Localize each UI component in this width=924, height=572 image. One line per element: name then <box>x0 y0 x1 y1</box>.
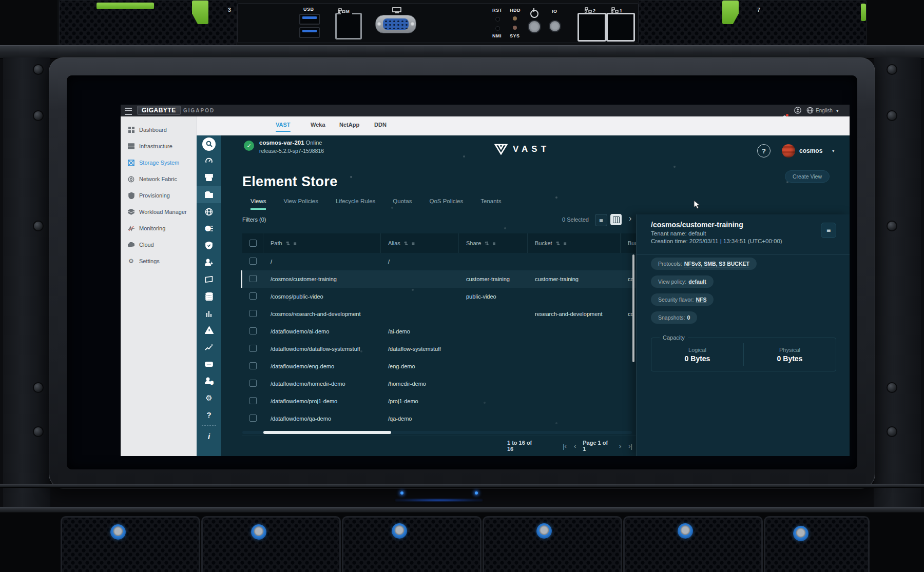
search-icon[interactable] <box>197 135 221 152</box>
sort-icon[interactable]: ⇅ <box>485 241 489 246</box>
table-row[interactable]: /cosmos/customer-trainingcustomer-traini… <box>242 270 636 288</box>
row-checkbox[interactable] <box>249 362 257 369</box>
menu-icon[interactable] <box>125 108 132 115</box>
collapse-panel-chevron[interactable]: › <box>629 214 631 223</box>
language-globe-icon[interactable] <box>806 107 814 115</box>
table-row[interactable]: /dataflowdemo/ai-demo/ai-demo <box>242 323 636 340</box>
sort-icon[interactable]: ⇅ <box>404 241 408 246</box>
horizontal-scrollbar-thumb[interactable] <box>263 431 391 434</box>
filter-icon[interactable]: ≡ <box>493 241 496 246</box>
security-shield-icon[interactable] <box>197 237 221 254</box>
hardware-racks-icon[interactable] <box>197 169 221 186</box>
first-page-button[interactable]: |‹ <box>559 442 570 450</box>
select-all-checkbox[interactable] <box>249 240 257 247</box>
release-tab-right <box>722 1 739 24</box>
table-row[interactable]: /cosmos/public-videopublic-video <box>242 288 636 305</box>
column-header-bucket-owner[interactable]: Buc <box>621 233 636 253</box>
analytics-bars-icon[interactable] <box>197 305 221 322</box>
table-row[interactable]: /dataflowdemo/homedir-demo/homedir-demo <box>242 375 636 392</box>
services-gear-icon[interactable]: ⚙ <box>197 220 221 237</box>
list-view-button[interactable]: ≡ <box>595 214 607 226</box>
alarms-warning-icon[interactable] <box>197 322 221 339</box>
filter-icon[interactable]: ≡ <box>564 241 567 246</box>
column-header-share[interactable]: Share⇅≡ <box>459 233 528 253</box>
last-page-button[interactable]: ›| <box>625 442 636 450</box>
table-row[interactable]: /dataflowdemo/eng-demo/eng-demo <box>242 358 636 375</box>
sort-icon[interactable]: ⇅ <box>556 241 560 246</box>
element-store-folder-icon[interactable] <box>197 186 221 203</box>
tab-view-policies[interactable]: View Policies <box>283 198 318 210</box>
table-row[interactable]: /cosmos/research-and-developmentresearch… <box>242 305 636 323</box>
row-checkbox[interactable] <box>249 397 257 404</box>
cell-path: /cosmos/public-video <box>263 293 381 300</box>
row-checkbox[interactable] <box>249 415 257 422</box>
filters-label[interactable]: Filters (0) <box>242 216 266 223</box>
row-checkbox[interactable] <box>249 310 257 317</box>
user-caret-icon[interactable]: ▾ <box>832 148 835 153</box>
row-checkbox[interactable] <box>249 258 257 265</box>
help-icon[interactable]: ? <box>197 406 221 423</box>
next-page-button[interactable]: › <box>615 442 625 450</box>
sidebar-item-network-fabric[interactable]: Network Fabric <box>121 171 197 187</box>
sidebar-item-dashboard[interactable]: Dashboard <box>121 122 197 138</box>
filter-icon[interactable]: ≡ <box>294 241 297 246</box>
tab-lifecycle-rules[interactable]: Lifecycle Rules <box>336 198 375 210</box>
row-checkbox[interactable] <box>249 327 257 334</box>
horizontal-scrollbar[interactable] <box>242 431 632 434</box>
user-admin-icon[interactable]: ⚙ <box>197 372 221 389</box>
sidebar-item-settings[interactable]: ⚙ Settings <box>121 253 197 269</box>
sidebar-item-workload-manager[interactable]: Workload Manager <box>121 204 197 220</box>
account-icon[interactable] <box>794 107 801 115</box>
table-row[interactable]: // <box>242 253 636 270</box>
tab-qos-policies[interactable]: QoS Policies <box>429 198 463 210</box>
row-checkbox[interactable] <box>249 380 257 387</box>
table-row[interactable]: /dataflowdemo/dataflow-systemstuff/dataf… <box>242 340 636 358</box>
dashboard-gauge-icon[interactable] <box>197 152 221 169</box>
filter-icon[interactable]: ≡ <box>412 241 415 246</box>
user-name[interactable]: cosmos <box>799 147 822 154</box>
trends-icon[interactable] <box>197 339 221 356</box>
row-checkbox[interactable] <box>249 345 257 352</box>
tab-weka[interactable]: Weka <box>307 116 329 135</box>
tab-tenants[interactable]: Tenants <box>480 198 501 210</box>
sidebar-item-provisioning[interactable]: Provisioning <box>121 187 197 204</box>
create-view-button[interactable]: Create View <box>785 170 830 183</box>
details-menu-button[interactable]: ≡ <box>821 223 836 238</box>
snapshots-pill[interactable]: Snapshots:0 <box>651 311 697 324</box>
language-label[interactable]: English <box>816 108 833 113</box>
database-icon[interactable] <box>197 288 221 305</box>
tab-quotas[interactable]: Quotas <box>393 198 412 210</box>
user-avatar[interactable] <box>782 144 795 157</box>
tab-ddn[interactable]: DDN <box>371 116 390 135</box>
sort-icon[interactable]: ⇅ <box>286 241 290 246</box>
row-checkbox[interactable] <box>249 292 257 300</box>
sidebar-item-cloud[interactable]: Cloud <box>121 236 197 253</box>
settings-gear-icon[interactable]: ⚙ <box>197 389 221 406</box>
server-drive-icon[interactable] <box>197 356 221 372</box>
table-row[interactable]: /dataflowdemo/qa-demo/qa-demo <box>242 410 636 427</box>
column-settings-button[interactable] <box>610 214 622 225</box>
protocols-pill[interactable]: Protocols:NFSv3, SMB, S3 BUCKET <box>651 258 757 270</box>
column-header-path[interactable]: Path⇅≡ <box>263 233 381 253</box>
display-frame-icon[interactable] <box>197 271 221 288</box>
column-header-bucket[interactable]: Bucket⇅≡ <box>528 233 621 253</box>
view-policy-pill[interactable]: View policy:default <box>651 275 714 288</box>
table-row[interactable]: /dataflowdemo/proj1-demo/proj1-demo <box>242 392 636 410</box>
tab-views[interactable]: Views <box>251 198 266 210</box>
info-icon[interactable]: i <box>197 428 221 445</box>
security-flavor-pill[interactable]: Security flavor:NFS <box>651 293 714 306</box>
prev-page-button[interactable]: ‹ <box>570 442 580 450</box>
sidebar-item-monitoring[interactable]: Monitoring <box>121 220 197 236</box>
tab-vast[interactable]: VAST <box>273 116 294 135</box>
vast-help-button[interactable]: ? <box>757 144 771 157</box>
sidebar-item-infrastructure[interactable]: Infrastructure <box>121 138 197 154</box>
cell-alias: /homedir-demo <box>381 381 459 387</box>
vertical-scrollbar-thumb[interactable] <box>632 254 634 362</box>
language-caret-icon[interactable]: ▾ <box>836 108 839 113</box>
sidebar-item-storage-system[interactable]: Storage System <box>121 154 197 171</box>
column-header-alias[interactable]: Alias⇅≡ <box>381 233 459 253</box>
tab-netapp[interactable]: NetApp <box>336 116 362 135</box>
globe-icon[interactable] <box>197 203 221 220</box>
row-checkbox[interactable] <box>249 275 257 282</box>
user-replication-icon[interactable] <box>197 254 221 271</box>
